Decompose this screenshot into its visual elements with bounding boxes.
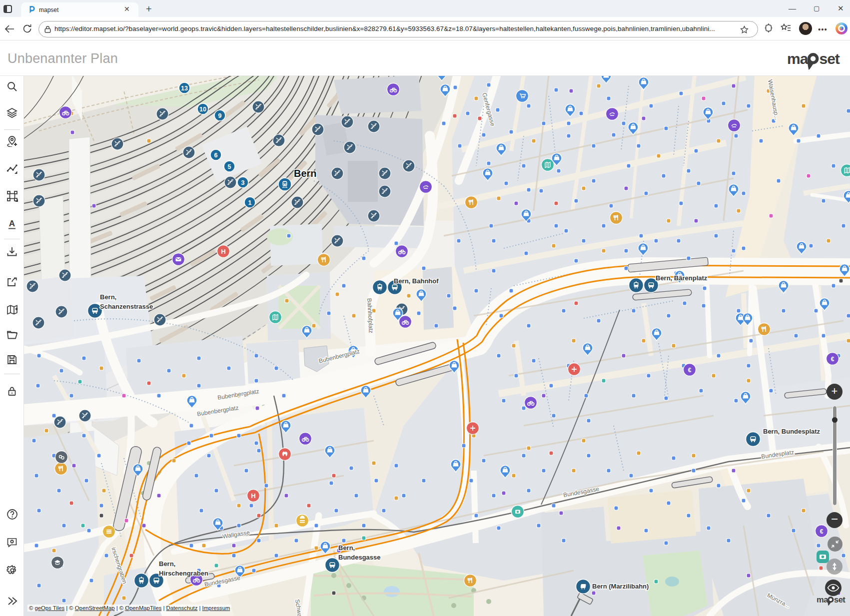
- svg-text:H: H: [251, 492, 255, 500]
- svg-text:3: 3: [241, 179, 245, 186]
- svg-text:ma: ma: [787, 50, 809, 67]
- svg-text:Schanzenstrasse: Schanzenstrasse: [100, 303, 153, 310]
- svg-text:€: €: [688, 367, 692, 374]
- svg-text:Bern,: Bern,: [100, 293, 116, 301]
- svg-text:Bern: Bern: [294, 168, 317, 179]
- svg-text:6: 6: [214, 152, 218, 159]
- svg-text:Bundesgasse: Bundesgasse: [338, 554, 381, 561]
- svg-text:Bern, Bahnhof: Bern, Bahnhof: [394, 277, 439, 285]
- svg-text:Bern, Bärenplatz: Bern, Bärenplatz: [656, 274, 708, 282]
- svg-text:A: A: [9, 219, 15, 228]
- svg-text:H: H: [221, 248, 225, 255]
- svg-text:€: €: [831, 356, 835, 363]
- svg-text:€: €: [820, 528, 824, 535]
- svg-text:Bern (Marzilibahn): Bern (Marzilibahn): [592, 583, 649, 590]
- svg-text:Bern,: Bern,: [159, 560, 175, 568]
- svg-text:13: 13: [181, 85, 188, 92]
- svg-text:9: 9: [218, 112, 222, 119]
- svg-text:Bern,: Bern,: [338, 544, 355, 552]
- svg-text:Hirschengraben: Hirschengraben: [159, 570, 208, 577]
- svg-text:set: set: [820, 50, 840, 67]
- svg-text:Bern, Bundesplatz: Bern, Bundesplatz: [763, 428, 821, 435]
- svg-text:1: 1: [248, 199, 252, 206]
- svg-text:5: 5: [228, 163, 231, 170]
- svg-text:set: set: [834, 595, 846, 604]
- svg-text:ma: ma: [817, 595, 829, 604]
- svg-text:10: 10: [199, 106, 206, 113]
